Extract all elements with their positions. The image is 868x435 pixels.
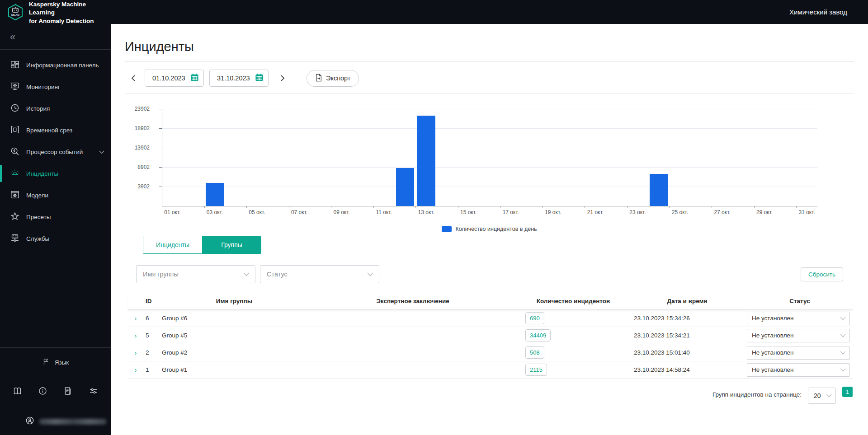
tab-incidents[interactable]: Инциденты — [143, 236, 202, 253]
incident-count-badge[interactable]: 2115 — [525, 364, 547, 376]
cell-group-name: Group #5 — [162, 332, 307, 339]
user-avatar-icon — [25, 416, 34, 427]
x-axis-tick — [796, 206, 797, 208]
x-axis-label: 23 окт. — [629, 209, 646, 215]
sidebar-item-label: Мониторинг — [26, 84, 104, 90]
col-header-expert-conclusion: Экспертное заключение — [307, 298, 519, 304]
sidebar-divider — [0, 347, 111, 348]
models-icon — [10, 190, 20, 201]
per-page-select[interactable]: 20 — [808, 388, 836, 404]
sidebar-item-monitoring[interactable]: Мониторинг — [0, 76, 111, 98]
chevron-down-icon — [840, 368, 846, 372]
bar-day-24[interactable] — [650, 174, 668, 206]
date-to-value: 31.10.2023 — [217, 75, 250, 82]
sidebar-item-models[interactable]: Модели — [0, 184, 111, 206]
calendar-icon[interactable] — [190, 73, 199, 83]
sidebar-item-incidents[interactable]: Инциденты — [0, 163, 111, 184]
cell-group-name: Group #2 — [162, 349, 307, 356]
prev-period-button[interactable] — [127, 72, 139, 84]
row-expander-icon[interactable]: › — [127, 332, 144, 339]
bar-day-13[interactable] — [417, 116, 435, 206]
y-axis-label: 18902 — [135, 125, 150, 131]
row-status-select[interactable]: Не установлен — [747, 363, 850, 377]
cell-incident-count: 508 — [519, 346, 627, 359]
row-expander-icon[interactable]: › — [127, 314, 144, 322]
table-row-group-5: ›5Group #53440923.10.2023 15:34:21Не уст… — [127, 327, 853, 344]
x-axis-tick — [331, 206, 331, 208]
sidebar-item-label: Инциденты — [26, 170, 104, 177]
sidebar-footer-icons — [0, 382, 111, 400]
pagination-row: Групп инцидентов на странице: 20 1 — [127, 387, 853, 404]
user-account-button[interactable] — [0, 410, 111, 435]
cell-id: 5 — [144, 332, 162, 339]
chart-legend[interactable]: Количество инцидентов в день — [125, 226, 854, 232]
incidents-bar-chart: 3902890213902189022390201 окт.03 окт.05 … — [125, 102, 854, 217]
reset-filters-button[interactable]: Сбросить — [801, 267, 843, 281]
page-number-button[interactable]: 1 — [842, 387, 853, 397]
row-expander-icon[interactable]: › — [127, 349, 144, 356]
cell-id: 2 — [144, 349, 162, 356]
sidebar-item-label: Временной срез — [26, 127, 104, 134]
x-axis-label: 11 окт. — [376, 209, 392, 215]
chevron-down-icon — [99, 149, 104, 155]
row-status-value: Не установлен — [752, 366, 794, 373]
x-axis-label: 07 окт. — [291, 209, 307, 215]
divider — [125, 61, 854, 62]
sidebar-item-dashboard[interactable]: Информационная панель — [0, 54, 111, 76]
top-bar: Химический завод — [0, 0, 868, 24]
x-axis-tick — [458, 206, 458, 208]
bar-day-3[interactable] — [206, 183, 224, 206]
sidebar-item-services[interactable]: Службы — [0, 228, 111, 249]
cell-id: 6 — [144, 315, 162, 322]
row-status-select[interactable]: Не установлен — [747, 312, 850, 325]
date-from-value: 01.10.2023 — [152, 75, 185, 82]
calendar-icon[interactable] — [255, 73, 264, 83]
legend-label: Количество инцидентов в день — [455, 226, 537, 232]
export-button[interactable]: Экспорт — [307, 70, 359, 87]
chevron-down-icon — [367, 272, 373, 276]
next-period-button[interactable] — [277, 72, 288, 84]
x-axis-tick — [162, 206, 162, 208]
date-to-input[interactable]: 31.10.2023 — [209, 70, 269, 87]
row-status-value: Не установлен — [752, 332, 794, 339]
date-from-input[interactable]: 01.10.2023 — [145, 70, 204, 87]
cell-incident-count: 2115 — [519, 364, 627, 376]
sidebar-collapse-button[interactable]: « — [10, 32, 24, 42]
status-filter-select[interactable]: Статус — [260, 265, 379, 283]
chevron-down-icon — [840, 317, 846, 320]
chevron-down-icon — [243, 272, 250, 276]
cell-incident-count: 34409 — [519, 329, 627, 341]
info-icon[interactable] — [38, 386, 47, 396]
sidebar-item-presets[interactable]: Пресеты — [0, 206, 111, 228]
sidebar-item-event-processor[interactable]: Процессор событий — [0, 141, 111, 163]
sidebar-item-label: Модели — [26, 192, 104, 199]
row-status-select[interactable]: Не установлен — [747, 329, 850, 342]
flag-icon — [42, 358, 50, 367]
incident-count-badge[interactable]: 508 — [525, 346, 544, 359]
gridline — [162, 187, 817, 187]
x-axis-tick — [373, 206, 374, 208]
cell-datetime: 23.10.2023 15:34:21 — [627, 332, 747, 339]
x-axis-label: 05 окт. — [249, 209, 265, 215]
sidebar-item-history[interactable]: История — [0, 98, 111, 119]
incidents-icon — [10, 168, 20, 179]
tab-groups[interactable]: Группы — [202, 236, 261, 253]
y-axis-line — [162, 109, 162, 206]
release-notes-icon[interactable] — [63, 386, 73, 396]
incident-count-badge[interactable]: 690 — [525, 312, 544, 324]
sidebar: MLAD Kaspersky Machine Learning for Anom… — [0, 0, 111, 435]
language-selector[interactable]: Язык — [0, 352, 111, 372]
group-name-filter-select[interactable]: Имя группы — [136, 265, 255, 283]
x-axis-tick — [712, 206, 712, 208]
x-axis-label: 31 окт. — [798, 209, 815, 215]
bar-day-12[interactable] — [396, 168, 414, 206]
sidebar-item-time-slice[interactable]: Временной срез — [0, 119, 111, 141]
row-status-value: Не установлен — [752, 315, 794, 322]
cell-status: Не установлен — [747, 312, 853, 325]
row-status-select[interactable]: Не установлен — [747, 346, 850, 360]
settings-icon[interactable] — [89, 386, 98, 396]
date-toolbar: 01.10.2023 31.10.2023 — [125, 70, 854, 87]
row-expander-icon[interactable]: › — [127, 366, 144, 374]
incident-count-badge[interactable]: 34409 — [525, 329, 551, 341]
book-icon[interactable] — [13, 386, 22, 396]
